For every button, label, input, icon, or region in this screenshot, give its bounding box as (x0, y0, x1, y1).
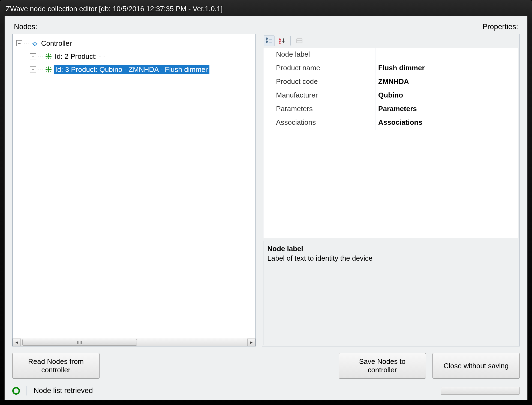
client-area: Nodes: Properties: − ··· Controller (4, 16, 528, 400)
property-value[interactable]: Associations (375, 116, 518, 130)
window-title: ZWave node collection editor [db: 10/5/2… (6, 5, 223, 13)
property-pane: ++ AZ Node label Pro (262, 34, 520, 346)
tree-item-label: Id: 2 Product: - - (54, 52, 107, 61)
svg-line-9 (50, 54, 50, 55)
tree-root[interactable]: − ··· Controller (15, 37, 253, 50)
property-help-title: Node label (267, 245, 514, 253)
read-nodes-button[interactable]: Read Nodes from controller (12, 353, 100, 379)
tree-item[interactable]: + ··· Id: 2 Product: - - (15, 50, 253, 63)
property-name: Associations (263, 116, 375, 130)
alphabetical-view-button[interactable]: AZ (276, 35, 287, 46)
tree-item[interactable]: + ··· Id: 3 Product: Qubino - ZMNHDA - F… (15, 63, 253, 76)
property-row[interactable]: Parameters Parameters (263, 102, 518, 116)
svg-line-6 (46, 54, 47, 55)
status-bar: Node list retrieved (12, 383, 520, 396)
properties-label: Properties: (482, 23, 518, 31)
expand-icon[interactable]: + (30, 53, 36, 59)
svg-text:+: + (266, 37, 267, 39)
property-value[interactable]: Parameters (375, 102, 518, 116)
button-row: Read Nodes from controller Save Nodes to… (12, 353, 520, 379)
tree-connector: ··· (24, 40, 30, 47)
property-name: Node label (263, 48, 375, 62)
property-row[interactable]: Node label (263, 48, 518, 62)
progress-bar (441, 387, 520, 395)
property-name: Product code (263, 75, 375, 89)
scroll-thumb[interactable] (22, 339, 137, 346)
property-value[interactable] (375, 48, 518, 62)
nodes-label: Nodes: (14, 23, 37, 31)
property-name: Product name (263, 62, 375, 75)
propertygrid-toolbar: ++ AZ (262, 34, 519, 48)
svg-text:+: + (266, 39, 267, 42)
scroll-track[interactable] (21, 339, 247, 346)
svg-point-1 (47, 56, 49, 57)
tree-connector: ··· (38, 66, 44, 73)
expand-icon[interactable]: + (30, 66, 36, 72)
svg-rect-27 (297, 39, 302, 43)
horizontal-scrollbar[interactable]: ◄ ► (13, 338, 256, 346)
svg-line-8 (46, 57, 47, 58)
tree-body[interactable]: − ··· Controller + ··· (13, 34, 256, 338)
status-ok-icon (12, 387, 20, 395)
tree-root-label: Controller (40, 39, 73, 48)
property-grid[interactable]: Node label Product name Flush dimmer Pro… (263, 48, 518, 238)
property-value[interactable]: Qubino (375, 89, 518, 102)
property-name: Parameters (263, 102, 375, 116)
property-help-panel: Node label Label of text to identity the… (263, 241, 518, 345)
tree-connector: ··· (38, 53, 44, 60)
controller-antenna-icon (31, 40, 38, 47)
titlebar[interactable]: ZWave node collection editor [db: 10/5/2… (1, 3, 531, 15)
property-row[interactable]: Product code ZMNHDA (263, 75, 518, 89)
property-row[interactable]: Manufacturer Qubino (263, 89, 518, 102)
property-value[interactable]: ZMNHDA (375, 75, 518, 89)
property-row[interactable]: Associations Associations (263, 116, 518, 130)
categorized-view-button[interactable]: ++ (264, 35, 275, 46)
svg-point-0 (34, 45, 35, 46)
property-row[interactable]: Product name Flush dimmer (263, 62, 518, 75)
svg-line-18 (50, 67, 50, 68)
save-nodes-button[interactable]: Save Nodes to controller (339, 353, 426, 379)
tree-pane: − ··· Controller + ··· (12, 34, 256, 346)
window-frame: ZWave node collection editor [db: 10/5/2… (0, 0, 532, 405)
tree-item-label: Id: 3 Product: Qubino - ZMNHDA - Flush d… (54, 65, 209, 74)
property-value[interactable]: Flush dimmer (375, 62, 518, 75)
scroll-left-icon[interactable]: ◄ (13, 339, 21, 346)
svg-line-7 (50, 57, 50, 58)
svg-line-16 (50, 71, 50, 71)
svg-line-17 (46, 71, 47, 71)
status-text: Node list retrieved (34, 386, 93, 395)
property-help-desc: Label of text to identity the device (267, 254, 514, 263)
collapse-icon[interactable]: − (16, 40, 22, 46)
status-separator (26, 386, 27, 395)
property-name: Manufacturer (263, 89, 375, 102)
close-without-saving-button[interactable]: Close without saving (432, 353, 520, 379)
svg-text:Z: Z (279, 41, 281, 44)
toolbar-separator (290, 36, 291, 45)
zwave-node-icon (45, 66, 52, 73)
svg-line-15 (46, 67, 47, 68)
svg-point-10 (47, 69, 49, 71)
scroll-right-icon[interactable]: ► (247, 339, 256, 346)
zwave-node-icon (45, 53, 52, 60)
property-pages-button[interactable] (294, 35, 305, 46)
